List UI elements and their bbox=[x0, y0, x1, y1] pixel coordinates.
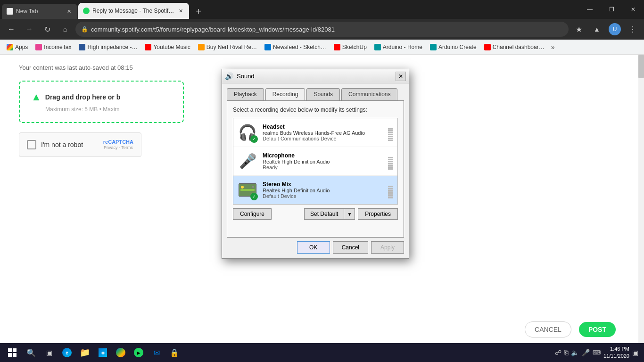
taskbar-files[interactable]: 📁 bbox=[76, 344, 93, 361]
taskbar-search[interactable]: 🔍 bbox=[23, 344, 40, 361]
clock[interactable]: 1:46 PM 11/11/2020 bbox=[603, 346, 629, 360]
cancel-page-button[interactable]: CANCEL bbox=[525, 321, 571, 337]
microphone-status: Ready bbox=[263, 165, 388, 170]
taskbar-browser[interactable] bbox=[112, 344, 129, 361]
scrollbar[interactable] bbox=[638, 55, 644, 343]
bookmark-youtube[interactable]: Youtube Music bbox=[141, 42, 194, 52]
dialog-content: Select a recording device below to modif… bbox=[227, 101, 404, 238]
systray-microphone-icon[interactable]: 🎤 bbox=[582, 349, 590, 356]
dialog-footer: OK Cancel Apply bbox=[227, 238, 404, 258]
ok-button[interactable]: OK bbox=[297, 241, 330, 254]
bookmark-sketchup-label: SketchUp bbox=[342, 44, 367, 50]
sound-dialog: 🔊 Sound ✕ Playback Recording Sounds Comm… bbox=[222, 69, 409, 259]
post-button[interactable]: POST bbox=[579, 322, 616, 337]
captcha-checkbox[interactable] bbox=[27, 140, 36, 149]
dialog-titlebar: 🔊 Sound ✕ bbox=[222, 69, 409, 83]
stereomix-name: Stereo Mix bbox=[263, 181, 388, 188]
bookmark-incometax-label: IncomeTax bbox=[44, 44, 71, 50]
upload-area[interactable]: ▲ Drag and drop here or b Maximum size: … bbox=[19, 81, 184, 123]
microphone-level bbox=[388, 153, 394, 170]
profile-icon[interactable]: U bbox=[607, 22, 622, 37]
stereomix-driver: Realtek High Definition Audio bbox=[263, 188, 388, 193]
tab-spotify[interactable]: Reply to Message - The Spotif… ✕ bbox=[78, 3, 189, 19]
page-bottom-buttons: CANCEL POST bbox=[525, 316, 616, 343]
home-button[interactable]: ⌂ bbox=[58, 22, 73, 37]
systray-keyboard[interactable]: ⌨ bbox=[593, 349, 601, 356]
start-button[interactable] bbox=[3, 343, 22, 362]
properties-button[interactable]: Properties bbox=[358, 208, 398, 220]
tab2-title: Reply to Message - The Spotif… bbox=[92, 8, 174, 14]
device-item-headset[interactable]: 🎧 ✓ Headset realme Buds Wireless Hands-F… bbox=[233, 118, 397, 147]
bookmark-arduino[interactable]: Arduino - Home bbox=[371, 42, 426, 52]
amazon-favicon bbox=[198, 44, 205, 50]
headset-driver: realme Buds Wireless Hands-Free AG Audio bbox=[263, 130, 388, 136]
microphone-driver: Realtek High Definition Audio bbox=[263, 159, 388, 165]
back-button[interactable]: ← bbox=[4, 22, 19, 37]
set-default-dropdown[interactable]: ▼ bbox=[344, 208, 355, 220]
device-buttons-row: Configure Set Default ▼ Properties bbox=[233, 208, 398, 220]
tab-bar-row: New Tab ✕ Reply to Message - The Spotif…… bbox=[0, 0, 644, 19]
address-text: community.spotify.com/t5/forums/replypag… bbox=[91, 26, 563, 33]
dialog-sound-icon: 🔊 bbox=[225, 72, 234, 81]
bookmark-apps-label: Apps bbox=[15, 44, 28, 50]
tab1-close[interactable]: ✕ bbox=[65, 8, 73, 15]
taskbar-mail[interactable]: ✉ bbox=[148, 344, 165, 361]
apply-button[interactable]: Apply bbox=[371, 241, 404, 254]
address-field[interactable]: 🔒 community.spotify.com/t5/forums/replyp… bbox=[75, 22, 569, 37]
configure-button[interactable]: Configure bbox=[233, 208, 272, 220]
incometax-favicon bbox=[35, 44, 42, 50]
bookmarks-more-button[interactable]: » bbox=[548, 42, 558, 52]
notification-center[interactable]: ▣ bbox=[632, 349, 638, 356]
bookmark-star-icon[interactable]: ★ bbox=[571, 22, 586, 37]
dialog-title-text: Sound bbox=[237, 73, 396, 80]
systray-volume[interactable]: 🔈 bbox=[571, 349, 579, 356]
new-tab-button[interactable]: + bbox=[192, 5, 205, 18]
scrollbar-thumb[interactable] bbox=[638, 55, 644, 78]
cancel-button[interactable]: Cancel bbox=[333, 241, 368, 254]
tab-playback[interactable]: Playback bbox=[227, 88, 264, 100]
headset-info: Headset realme Buds Wireless Hands-Free … bbox=[263, 123, 388, 141]
taskbar-store[interactable]: ◉ bbox=[94, 344, 111, 361]
captcha-label: I'm not a robot bbox=[41, 141, 83, 148]
taskbar-edge[interactable]: e bbox=[58, 344, 75, 361]
stereomix-status-badge: ✓ bbox=[250, 193, 258, 200]
bookmark-channel[interactable]: Channel dashboar… bbox=[480, 42, 548, 52]
bookmark-apps[interactable]: Apps bbox=[3, 42, 32, 52]
tab-communications[interactable]: Communications bbox=[341, 88, 397, 100]
upload-icon: ▲ bbox=[31, 91, 41, 103]
captcha-area[interactable]: I'm not a robot reCAPTCHA Privacy - Term… bbox=[19, 132, 141, 157]
bookmark-impedance[interactable]: High impedance -… bbox=[75, 42, 141, 52]
bookmark-sketchup[interactable]: SketchUp bbox=[330, 42, 371, 52]
upload-title-row: ▲ Drag and drop here or b bbox=[31, 91, 172, 103]
taskbar-vpn[interactable]: 🔒 bbox=[166, 344, 183, 361]
task-view-button[interactable]: ▣ bbox=[41, 344, 58, 361]
extensions-icon[interactable]: ▲ bbox=[589, 22, 604, 37]
dialog-close-button[interactable]: ✕ bbox=[396, 72, 406, 81]
browser-chrome: New Tab ✕ Reply to Message - The Spotif…… bbox=[0, 0, 644, 362]
tab-recording[interactable]: Recording bbox=[265, 88, 305, 100]
menu-icon[interactable]: ⋮ bbox=[625, 22, 640, 37]
set-default-button[interactable]: Set Default bbox=[304, 208, 344, 220]
headset-status: Default Communications Device bbox=[263, 136, 388, 141]
headset-status-badge: ✓ bbox=[250, 135, 258, 143]
bookmark-arduino2[interactable]: Arduino Create bbox=[426, 42, 480, 52]
systray-notification[interactable]: ☍ bbox=[555, 349, 561, 356]
captcha-links: Privacy - Terms bbox=[103, 145, 133, 151]
minimize-button[interactable]: — bbox=[579, 2, 601, 17]
bookmark-amazon[interactable]: Buy Nerf Rival Re… bbox=[194, 42, 261, 52]
close-window-button[interactable]: ✕ bbox=[622, 2, 644, 17]
tab2-close[interactable]: ✕ bbox=[177, 7, 184, 15]
tab1-favicon bbox=[7, 8, 13, 15]
device-item-microphone[interactable]: 🎤 Microphone Realtek High Definition Aud… bbox=[233, 147, 397, 176]
taskbar-spotify[interactable]: ▶ bbox=[130, 344, 147, 361]
forward-button[interactable]: → bbox=[22, 22, 37, 37]
tab-sounds[interactable]: Sounds bbox=[306, 88, 340, 100]
bookmark-newsfeed[interactable]: Newsfeed - Sketch… bbox=[261, 42, 330, 52]
bookmark-incometax[interactable]: IncomeTax bbox=[32, 42, 75, 52]
tab-new-tab[interactable]: New Tab ✕ bbox=[2, 4, 77, 19]
maximize-button[interactable]: ❐ bbox=[601, 2, 622, 17]
reload-button[interactable]: ↻ bbox=[40, 22, 55, 37]
systray-wifi[interactable]: ⎗ bbox=[564, 349, 568, 356]
window-controls: — ❐ ✕ bbox=[579, 0, 644, 19]
device-item-stereomix[interactable]: ✓ Stereo Mix Realtek High Definition Aud… bbox=[233, 176, 397, 204]
